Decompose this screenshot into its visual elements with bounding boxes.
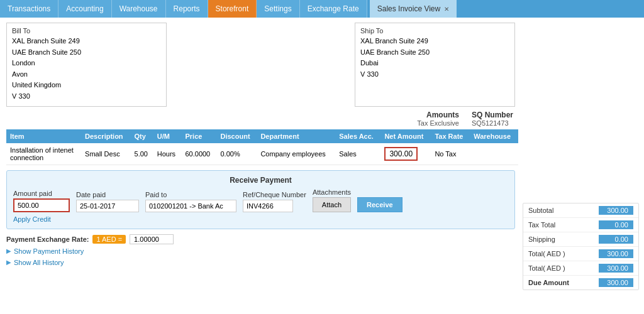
exchange-rate-label: Payment Exchange Rate:	[6, 236, 89, 243]
nav-tab-storefront[interactable]: Storefront	[208, 0, 257, 18]
col-discount: Discount	[217, 129, 257, 143]
col-description: Description	[81, 129, 130, 143]
nav-tab-accounting[interactable]: Accounting	[58, 0, 111, 18]
attach-button[interactable]: Attach	[313, 197, 351, 212]
amounts-sq-row: Amounts Tax Exclusive SQ Number SQ512147…	[6, 111, 513, 127]
attachments-field: Attachments Attach	[313, 188, 351, 212]
subtotal-value: 300.00	[599, 206, 633, 215]
nav-tab-sales-invoice[interactable]: Sales Invoice View ✕	[370, 0, 457, 18]
ref-input[interactable]	[243, 200, 293, 212]
net-amount-value: 300.00	[384, 147, 418, 161]
cell-sales-acc: Sales	[335, 143, 380, 165]
receive-field: Receive	[357, 197, 402, 212]
summary-row-total1: Total( AED ) 300.00	[523, 247, 638, 261]
bill-to-line3: London	[12, 58, 161, 69]
close-icon[interactable]: ✕	[444, 6, 449, 13]
due-amount-value: 300.00	[599, 278, 633, 287]
paid-to-field: Paid to	[145, 191, 236, 212]
cell-description: Small Desc	[81, 143, 130, 165]
address-row: Bill To XAL Branch Suite 249 UAE Branch …	[6, 23, 638, 107]
cell-item: Installation of intenet connection	[6, 143, 81, 165]
bill-to-line6: V 330	[12, 91, 161, 102]
bill-to-line2: UAE Branch Suite 250	[12, 47, 161, 58]
bill-to-line5: United Kingdom	[12, 80, 161, 91]
summary-row-tax: Tax Total 0.00	[523, 218, 638, 232]
table-row: Installation of intenet connection Small…	[6, 143, 518, 165]
cell-department: Company employees	[257, 143, 335, 165]
sq-label: SQ Number	[472, 111, 513, 119]
col-net-amount: Net Amount	[380, 129, 431, 143]
summary-row-total2: Total( AED ) 300.00	[523, 261, 638, 276]
amounts-block: Amounts Tax Exclusive	[417, 111, 459, 127]
col-qty: Qty	[131, 129, 153, 143]
date-paid-field: Date paid	[76, 191, 139, 212]
cell-tax-rate: No Tax	[431, 143, 470, 165]
cell-warehouse	[470, 143, 518, 165]
bill-to-label: Bill To	[12, 27, 161, 35]
nav-tab-warehouse[interactable]: Warehouse	[112, 0, 166, 18]
ship-to-box: Ship To XAL Branch Suite 249 UAE Branch …	[355, 23, 515, 107]
amount-paid-label: Amount paid	[13, 190, 70, 197]
sq-block: SQ Number SQ5121473	[472, 111, 513, 127]
ship-to-line4: V 330	[360, 69, 509, 80]
top-nav: Transactions Accounting Warehouse Report…	[0, 0, 644, 18]
due-amount-label: Due Amount	[528, 279, 569, 286]
cell-discount: 0.00%	[217, 143, 257, 165]
col-warehouse: Warehouse	[470, 129, 518, 143]
triangle-right-icon: ▶	[6, 247, 11, 254]
col-price: Price	[181, 129, 216, 143]
total1-value: 300.00	[599, 249, 633, 258]
amount-paid-field: Amount paid	[13, 190, 70, 212]
ship-to-line1: XAL Branch Suite 249	[360, 36, 509, 47]
receive-button[interactable]: Receive	[357, 197, 402, 212]
items-table: Item Description Qty U/M Price Discount …	[6, 129, 518, 165]
shipping-value: 0.00	[599, 235, 633, 244]
paid-to-label: Paid to	[145, 191, 236, 198]
ref-label: Ref/Cheque Number	[243, 191, 306, 198]
col-department: Department	[257, 129, 335, 143]
paid-to-input[interactable]	[145, 200, 236, 212]
summary-row-shipping: Shipping 0.00	[523, 232, 638, 247]
ref-field: Ref/Cheque Number	[243, 191, 306, 212]
total2-value: 300.00	[599, 264, 633, 273]
show-payment-history-label: Show Payment History	[14, 247, 84, 255]
triangle-right-icon2: ▶	[6, 259, 11, 266]
nav-tab-reports[interactable]: Reports	[166, 0, 208, 18]
cell-qty: 5.00	[131, 143, 153, 165]
ship-to-line2: UAE Branch Suite 250	[360, 47, 509, 58]
date-paid-input[interactable]	[76, 200, 139, 212]
amounts-title: Amounts	[417, 111, 459, 119]
col-um: U/M	[153, 129, 182, 143]
amounts-sub: Tax Exclusive	[417, 119, 459, 127]
summary-row-subtotal: Subtotal 300.00	[523, 203, 638, 218]
subtotal-label: Subtotal	[528, 207, 553, 214]
tax-total-label: Tax Total	[528, 221, 555, 229]
col-item: Item	[6, 129, 81, 143]
shipping-label: Shipping	[528, 236, 555, 243]
exchange-rate-value[interactable]	[130, 234, 174, 244]
attachments-label: Attachments	[313, 188, 351, 196]
bill-to-line1: XAL Branch Suite 249	[12, 36, 161, 47]
nav-tab-settings[interactable]: Settings	[257, 0, 299, 18]
total2-label: Total( AED )	[528, 264, 565, 272]
amount-paid-input[interactable]	[13, 198, 70, 212]
date-paid-label: Date paid	[76, 191, 139, 198]
cell-price: 60.0000	[181, 143, 216, 165]
receive-payment-title: Receive Payment	[13, 176, 508, 185]
total1-label: Total( AED )	[528, 250, 565, 257]
apply-credit-link[interactable]: Apply Credit	[13, 215, 51, 223]
payment-fields-row: Amount paid Date paid Paid to Ref/Cheque…	[13, 188, 508, 212]
col-sales-acc: Sales Acc.	[335, 129, 380, 143]
ship-to-label: Ship To	[360, 27, 509, 35]
nav-tab-transactions[interactable]: Transactions	[0, 0, 58, 18]
cell-net-amount: 300.00	[380, 143, 431, 165]
main-content: Bill To XAL Branch Suite 249 UAE Branch …	[0, 18, 644, 314]
exchange-rate-badge: 1 AED =	[92, 235, 126, 244]
nav-tab-exchange-rate[interactable]: Exchange Rate	[300, 0, 367, 18]
tax-total-value: 0.00	[599, 220, 633, 229]
summary-panel: Subtotal 300.00 Tax Total 0.00 Shipping …	[523, 203, 639, 290]
sq-value: SQ5121473	[472, 119, 513, 127]
receive-payment-section: Receive Payment Amount paid Date paid Pa…	[6, 170, 515, 229]
bill-to-box: Bill To XAL Branch Suite 249 UAE Branch …	[6, 23, 167, 107]
show-all-history-label: Show All History	[14, 259, 64, 266]
